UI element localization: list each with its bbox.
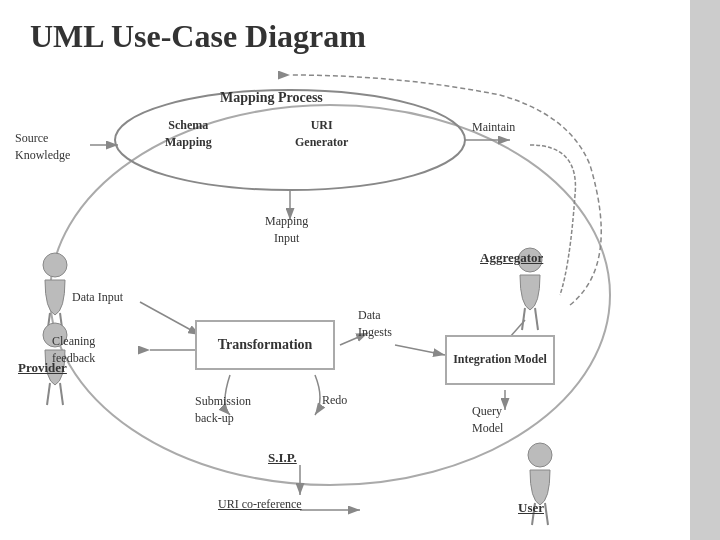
svg-point-19 (528, 443, 552, 467)
svg-line-8 (395, 345, 445, 355)
svg-line-24 (60, 383, 63, 405)
data-ingests-label: Data Ingests (358, 307, 392, 341)
provider-label: Provider (18, 360, 67, 376)
schema-mapping-label: Schema Mapping (165, 117, 212, 151)
uri-generator-label: URI Generator (295, 117, 348, 151)
submission-backup-label: Submission back-up (195, 393, 251, 427)
sip-label: S.I.P. (268, 450, 297, 466)
integration-model-box: Integration Model (445, 335, 555, 385)
source-knowledge-label: Source Knowledge (15, 130, 70, 164)
mapping-input-label: Mapping Input (265, 213, 308, 247)
svg-line-23 (47, 383, 50, 405)
integration-model-text: Integration Model (453, 352, 547, 368)
aggregator-label: Aggregator (480, 250, 543, 266)
svg-line-21 (545, 503, 548, 525)
transformation-box: Transformation (195, 320, 335, 370)
svg-line-5 (140, 302, 200, 335)
query-model-label: Query Model (472, 403, 503, 437)
diagram-area: Mapping Process Schema Mapping URI Gener… (0, 65, 720, 540)
uri-coreference-label: URI co-reference (218, 497, 302, 512)
svg-line-17 (522, 308, 525, 330)
user-label: User (518, 500, 544, 516)
mapping-process-label: Mapping Process (220, 90, 323, 106)
page-title: UML Use-Case Diagram (0, 0, 720, 65)
maintain-label: Maintain (472, 120, 515, 135)
transformation-text: Transformation (218, 337, 313, 353)
data-input-label: Data Input (72, 290, 123, 305)
svg-point-13 (43, 253, 67, 277)
svg-line-18 (535, 308, 538, 330)
redo-label: Redo (322, 393, 347, 408)
